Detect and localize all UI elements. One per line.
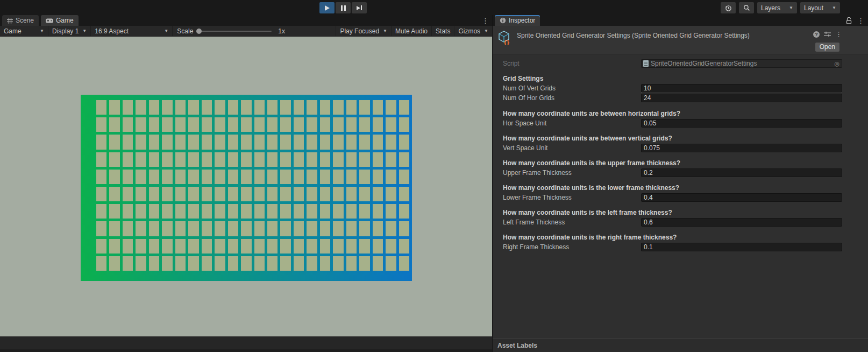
grid-cell <box>241 170 251 184</box>
gamepad-icon <box>46 18 53 23</box>
grid-cell <box>373 117 383 132</box>
scale-slider-thumb[interactable] <box>196 29 202 34</box>
grid-cell <box>188 204 198 219</box>
hor-space-unit-input[interactable] <box>641 119 842 128</box>
search-button[interactable] <box>739 2 754 13</box>
right-frame-thickness-input[interactable] <box>641 243 842 251</box>
undo-history-button[interactable] <box>721 2 736 13</box>
gizmos-dropdown[interactable]: Gizmos ▼ <box>454 26 492 36</box>
component-menu-kebab-icon[interactable]: ⋮ <box>835 30 842 38</box>
grid-cell <box>373 152 383 167</box>
grid-cell <box>215 204 225 219</box>
question-horizontal-grids: How many coordinate units are between ho… <box>503 109 842 118</box>
grid-cell <box>267 221 278 236</box>
grid-cell <box>307 135 317 149</box>
scale-slider[interactable] <box>196 31 272 32</box>
grid-cell <box>202 100 212 115</box>
grid-cell <box>386 204 396 219</box>
grid-cell <box>333 100 343 115</box>
tab-scene[interactable]: Scene <box>2 15 39 26</box>
upper-frame-thickness-input[interactable] <box>641 168 842 177</box>
object-picker-icon[interactable]: ◎ <box>834 60 839 67</box>
help-icon[interactable]: ? <box>813 31 820 38</box>
grid-cell <box>96 117 106 132</box>
grid-cell <box>188 239 198 254</box>
grid-cell <box>359 221 369 236</box>
play-button[interactable] <box>319 2 335 13</box>
left-frame-thickness-row: Left Frame Thickness <box>503 217 842 227</box>
grid-cell <box>202 117 212 132</box>
grid-cell <box>136 256 146 271</box>
grid-cell <box>162 100 172 115</box>
grid-cell <box>399 221 409 236</box>
grid-cell <box>307 100 317 115</box>
grid-cell <box>386 239 396 254</box>
vert-space-unit-input[interactable] <box>641 144 842 152</box>
grid-cell <box>399 256 409 271</box>
layers-dropdown[interactable]: Layers ▼ <box>757 2 797 13</box>
grid-cell <box>359 100 369 115</box>
grid-cell <box>346 100 357 115</box>
tab-inspector[interactable]: Inspector <box>495 15 540 26</box>
num-vert-grids-label: Num Of Vert Grids <box>503 85 641 92</box>
grid-cell <box>215 100 225 115</box>
grid-cell <box>136 170 146 184</box>
grid-cell <box>280 187 290 201</box>
grid-cell <box>399 204 409 219</box>
open-button[interactable]: Open <box>815 42 840 52</box>
num-hor-grids-input[interactable] <box>641 94 842 102</box>
lower-frame-thickness-input[interactable] <box>641 193 842 202</box>
grid-cell <box>280 135 290 149</box>
tab-game-label: Game <box>56 17 74 24</box>
play-focused-dropdown[interactable]: Play Focused ▼ <box>336 26 391 36</box>
question-lower-frame: How many coordinate units is the lower f… <box>503 183 842 193</box>
upper-frame-thickness-label: Upper Frame Thickness <box>503 169 641 177</box>
asset-labels-bar[interactable]: Asset Labels <box>493 338 868 352</box>
grid-cell <box>333 117 343 132</box>
generated-grid-frame <box>81 95 412 281</box>
pause-button[interactable] <box>336 2 351 13</box>
grid-cell <box>202 239 212 254</box>
inspector-menu-kebab-icon[interactable]: ⋮ <box>857 17 864 25</box>
mute-audio-toggle[interactable]: Mute Audio <box>391 26 431 36</box>
left-frame-thickness-input[interactable] <box>641 218 842 227</box>
game-panel-menu-kebab-icon[interactable]: ⋮ <box>482 17 489 25</box>
stats-toggle[interactable]: Stats <box>431 26 454 36</box>
grid-cell <box>136 100 146 115</box>
tab-game[interactable]: Game <box>41 15 79 26</box>
grid-cell <box>333 187 343 201</box>
layout-dropdown[interactable]: Layout ▼ <box>800 2 840 13</box>
grid-cell <box>215 187 225 201</box>
grid-cell <box>96 152 106 167</box>
num-vert-grids-input[interactable] <box>641 84 842 93</box>
play-focused-label: Play Focused <box>340 27 379 35</box>
grid-cell <box>294 239 304 254</box>
grid-cell <box>241 152 251 167</box>
presets-icon[interactable] <box>824 31 831 38</box>
grid-cell <box>373 221 383 236</box>
grid-cell <box>228 100 238 115</box>
grid-cell <box>320 256 330 271</box>
step-button[interactable] <box>352 2 367 13</box>
grid-cell <box>188 135 198 149</box>
game-mode-dropdown[interactable]: Game ▼ <box>0 26 48 36</box>
chevron-down-icon: ▼ <box>383 29 387 33</box>
unlocked-padlock-icon[interactable] <box>846 17 852 24</box>
aspect-ratio-label: 16:9 Aspect <box>95 27 129 35</box>
scale-label: Scale <box>177 27 193 35</box>
grid-cell <box>96 239 106 254</box>
grid-cell <box>202 204 212 219</box>
script-object-field[interactable]: SpriteOrientedGridGeneratorSettings ◎ <box>641 59 842 68</box>
aspect-ratio-dropdown[interactable]: 16:9 Aspect ▼ <box>91 26 173 36</box>
grid-cell <box>228 135 238 149</box>
grid-cell <box>228 170 238 184</box>
grid-cell <box>386 135 396 149</box>
grid-cell <box>162 135 172 149</box>
grid-cell <box>386 117 396 132</box>
game-panel: Scene Game ⋮ Game ▼ Display 1 ▼ 16:9 Asp… <box>0 15 492 352</box>
grid-cell <box>359 204 369 219</box>
grid-cell <box>346 117 357 132</box>
display-target-dropdown[interactable]: Display 1 ▼ <box>48 26 91 36</box>
grid-cell <box>215 152 225 167</box>
grid-cell <box>320 170 330 184</box>
